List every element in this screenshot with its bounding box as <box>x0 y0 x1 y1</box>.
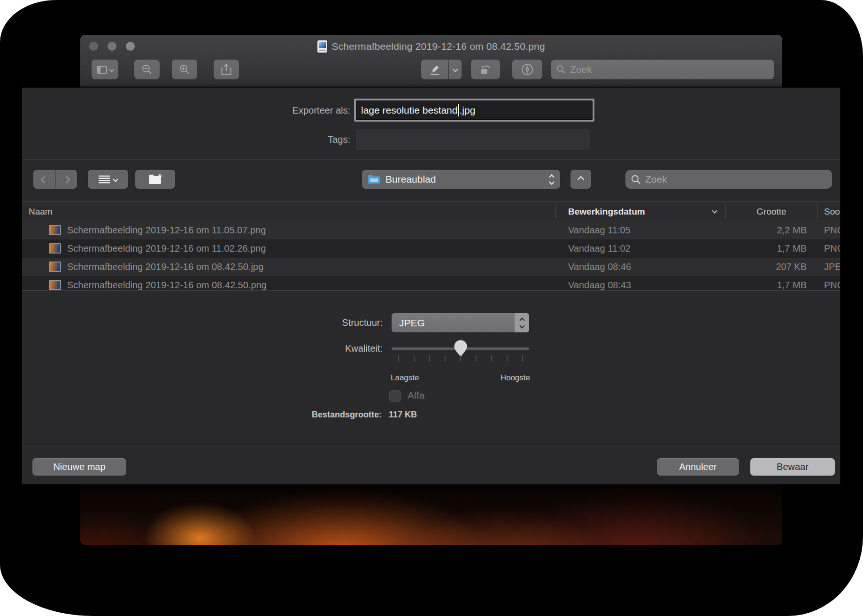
file-size: 1,7 MB <box>725 239 807 258</box>
filename-field[interactable]: lage resolutie bestand.jpg <box>356 100 593 120</box>
window-title: Schermafbeelding 2019-12-16 om 08.42.50.… <box>331 41 545 52</box>
zoom-in-icon <box>179 64 190 75</box>
zoom-out-button[interactable] <box>134 60 160 79</box>
window-title-area: Schermafbeelding 2019-12-16 om 08.42.50.… <box>80 39 782 54</box>
file-size: 207 KB <box>725 258 807 276</box>
chevron-down-icon <box>109 67 114 72</box>
sidebar-toggle-button[interactable] <box>92 60 118 79</box>
file-thumbnail-icon <box>49 262 61 272</box>
slider-tick <box>429 355 430 362</box>
file-row[interactable]: Schermafbeelding 2019-12-16 om 11.02.26.… <box>22 239 840 258</box>
file-size: 1,7 MB <box>725 276 807 291</box>
file-list: Schermafbeelding 2019-12-16 om 11.05.07.… <box>22 221 840 291</box>
filename-after-caret: .jpg <box>459 105 475 116</box>
markup-circle-icon <box>521 63 533 76</box>
filesize-label: Bestandsgrootte: <box>250 410 382 420</box>
rotate-left-icon <box>479 63 492 76</box>
quality-min-label: Laagste <box>391 373 419 383</box>
share-button[interactable] <box>214 60 239 79</box>
file-date: Vandaag 11:05 <box>568 221 631 239</box>
format-popup[interactable]: JPEG <box>392 313 529 332</box>
export-dialog: Exporteer als: lage resolutie bestand.jp… <box>22 87 840 485</box>
zoom-out-icon <box>141 64 153 75</box>
rotate-button[interactable] <box>471 60 500 79</box>
format-value: JPEG <box>392 317 515 329</box>
column-header-size[interactable]: Grootte <box>725 202 817 222</box>
chevron-up-icon <box>578 176 584 183</box>
preview-window-header: Schermafbeelding 2019-12-16 om 08.42.50.… <box>80 35 782 86</box>
alpha-label: Alfa <box>408 390 424 401</box>
new-folder-icon <box>148 174 162 185</box>
tags-label: Tags: <box>219 134 350 145</box>
popup-stepper-icon <box>550 175 554 184</box>
file-row[interactable]: Schermafbeelding 2019-12-16 om 08.42.50.… <box>22 258 840 276</box>
divider <box>22 447 840 447</box>
new-folder-toolbar-button[interactable] <box>135 170 175 189</box>
file-size: 2,2 MB <box>725 221 807 239</box>
file-thumbnail-icon <box>49 280 61 290</box>
chevron-down-icon <box>453 67 458 72</box>
save-button[interactable]: Bewaar <box>750 458 835 476</box>
file-name: Schermafbeelding 2019-12-16 om 11.05.07.… <box>67 221 266 239</box>
chevron-left-icon <box>40 176 48 183</box>
desktop-folder-icon <box>368 174 380 185</box>
column-divider <box>555 204 556 219</box>
column-header-name[interactable]: Naam <box>29 202 53 222</box>
search-placeholder: Zoek <box>645 174 667 185</box>
slider-tick <box>476 355 477 362</box>
filesize-value: 117 KB <box>389 410 417 420</box>
location-value: Bureaublad <box>380 174 550 185</box>
slider-tick <box>507 355 508 362</box>
file-date: Vandaag 11:02 <box>568 239 631 258</box>
filename-before-caret: lage resolutie bestand <box>361 105 457 116</box>
file-name: Schermafbeelding 2019-12-16 om 11.02.26.… <box>67 239 266 258</box>
column-divider <box>725 204 726 219</box>
slider-tick <box>414 355 415 362</box>
pen-icon <box>429 64 440 75</box>
location-popup[interactable]: Bureaublad <box>362 170 560 189</box>
alpha-checkbox[interactable] <box>389 390 401 402</box>
file-kind: PNG <box>824 221 840 239</box>
file-date: Vandaag 08:46 <box>568 258 631 276</box>
file-table-header: Naam Bewerkingsdatum Grootte Soort <box>22 201 840 221</box>
list-view-icon <box>99 175 110 184</box>
file-thumbnail-icon <box>49 243 61 254</box>
popup-stepper-icon <box>515 313 529 332</box>
search-icon <box>556 65 566 74</box>
divider <box>22 159 840 160</box>
share-icon <box>221 63 231 76</box>
up-directory-button[interactable] <box>570 170 591 189</box>
file-row[interactable]: Schermafbeelding 2019-12-16 om 11.05.07.… <box>22 221 840 239</box>
slider-tick <box>522 355 523 362</box>
dialog-search-field[interactable]: Zoek <box>625 170 832 189</box>
window-search-field[interactable]: Zoek <box>551 60 774 79</box>
file-row[interactable]: Schermafbeelding 2019-12-16 om 08.42.50.… <box>22 276 840 291</box>
quality-max-label: Hoogste <box>493 373 530 383</box>
cancel-button[interactable]: Annuleer <box>657 458 739 476</box>
sort-descending-icon <box>712 208 717 213</box>
tags-field[interactable] <box>356 129 590 150</box>
slider-tick <box>460 355 461 362</box>
chevron-right-icon <box>62 176 70 183</box>
export-as-label: Exporteer als: <box>219 105 350 116</box>
file-kind: PNG <box>824 239 840 258</box>
column-divider <box>817 204 818 219</box>
back-button[interactable] <box>33 170 55 189</box>
show-markup-toolbar-button[interactable] <box>512 60 542 79</box>
format-label: Structuur: <box>251 317 383 328</box>
markup-pen-button[interactable] <box>421 60 448 79</box>
zoom-in-button[interactable] <box>172 60 197 79</box>
search-icon <box>631 175 641 185</box>
sidebar-icon <box>97 66 107 74</box>
forward-button[interactable] <box>55 170 77 189</box>
document-proxy-icon <box>317 40 327 53</box>
markup-pen-dropdown[interactable] <box>449 60 462 79</box>
new-folder-button[interactable]: Nieuwe map <box>32 458 126 476</box>
column-header-date[interactable]: Bewerkingsdatum <box>568 202 645 222</box>
view-options-button[interactable] <box>88 170 128 189</box>
file-kind: PNG <box>824 276 840 291</box>
column-header-kind[interactable]: Soort <box>824 202 840 222</box>
chevron-down-icon <box>113 177 118 182</box>
file-name: Schermafbeelding 2019-12-16 om 08.42.50.… <box>67 258 263 276</box>
quality-label: Kwaliteit: <box>251 343 383 354</box>
